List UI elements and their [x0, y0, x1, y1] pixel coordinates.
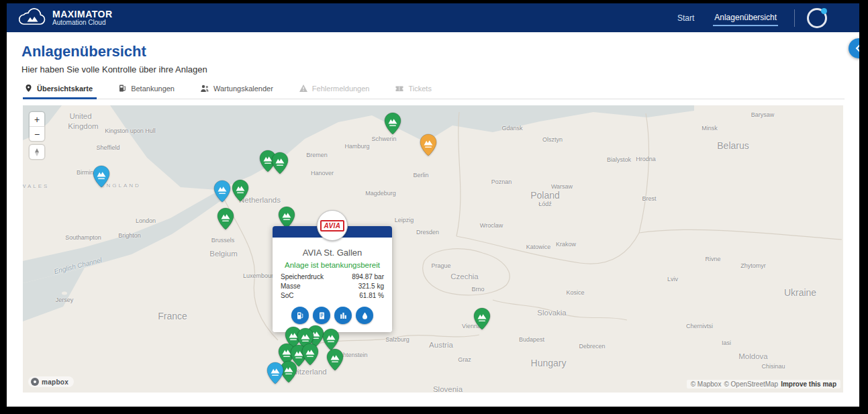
brand-tagline: Automation Cloud	[52, 19, 113, 27]
chevron-left-icon	[855, 44, 859, 52]
metric-label: Masse	[281, 282, 300, 291]
document-icon	[318, 311, 326, 320]
ticket-icon	[395, 84, 404, 93]
nav-item-start[interactable]: Start	[676, 11, 695, 25]
top-navbar: MAXIMATOR Automation Cloud Start Anlagen…	[7, 3, 859, 32]
mapbox-logo[interactable]: mapbox	[28, 376, 74, 387]
tab-fehlermeldungen[interactable]: Fehlermeldungen	[297, 84, 374, 99]
metric-row: Speicherdruck 894.87 bar	[281, 272, 384, 282]
zoom-in-button[interactable]: +	[30, 112, 44, 126]
map-pin-blue[interactable]	[267, 362, 284, 384]
popup-metrics: Speicherdruck 894.87 bar Masse 321.5 kg …	[281, 272, 384, 301]
compass-button[interactable]	[30, 145, 44, 159]
nav-item-anlagenuebersicht[interactable]: Anlagenübersicht	[713, 10, 778, 26]
map-pin-orange[interactable]	[420, 134, 437, 156]
main-nav: Start Anlagenübersicht	[676, 10, 778, 26]
brand-name: MAXIMATOR	[52, 9, 113, 19]
fuel-pump-icon	[296, 311, 305, 320]
refuel-action-button[interactable]	[291, 307, 309, 324]
map-pin-blue[interactable]	[213, 180, 231, 203]
metric-value: 61.81 %	[359, 291, 384, 301]
metric-row: SoC 61.81 %	[281, 291, 384, 301]
metric-value: 321.5 kg	[358, 282, 384, 291]
metric-label: SoC	[281, 291, 293, 301]
popup-action-bar	[281, 307, 384, 324]
map-pin-green[interactable]	[322, 328, 340, 351]
map-pin-blue[interactable]	[93, 165, 110, 188]
avia-logo: AVIA	[317, 210, 348, 241]
station-popup: AVIA AVIA St. Gallen Anlage ist betankun…	[273, 226, 392, 332]
tab-bar: Übersichtskarte Betankungen Wartungskale…	[23, 84, 845, 99]
map-pin-icon	[24, 84, 33, 93]
user-avatar[interactable]	[807, 8, 827, 28]
drop-icon	[360, 311, 369, 320]
map-controls: + −	[30, 112, 44, 159]
map-pin-green[interactable]	[232, 179, 249, 202]
mapbox-attribution-link[interactable]: © Mapbox	[691, 380, 722, 388]
compass-icon	[34, 148, 40, 156]
map-attribution: © Mapbox © OpenStreetMap Improve this ma…	[687, 380, 840, 389]
tab-uebersichtskarte[interactable]: Übersichtskarte	[23, 84, 97, 99]
mapbox-logo-icon	[31, 378, 39, 386]
mapbox-wordmark: mapbox	[42, 378, 68, 386]
zoom-out-button[interactable]: −	[30, 127, 44, 141]
popup-title: AVIA St. Gallen	[281, 248, 384, 258]
map-pin-green[interactable]	[384, 112, 401, 135]
hydrogen-action-button[interactable]	[356, 307, 373, 324]
metric-label: Speicherdruck	[281, 272, 324, 282]
osm-attribution-link[interactable]: © OpenStreetMap	[724, 380, 778, 388]
page-subtitle: Hier haben Sie volle Kontrolle über ihre…	[21, 64, 845, 74]
popup-status: Anlage ist betankungsbereit	[281, 261, 384, 269]
report-action-button[interactable]	[313, 307, 330, 324]
tab-wartungskalender[interactable]: Wartungskalender	[199, 84, 277, 99]
nav-separator	[794, 9, 795, 27]
map-canvas[interactable]: UnitedKingdomKingston upon HullSheffield…	[23, 105, 843, 393]
avia-logo-text: AVIA	[320, 220, 344, 231]
brand-logo[interactable]: MAXIMATOR Automation Cloud	[19, 8, 113, 28]
metric-row: Masse 321.5 kg	[281, 282, 384, 291]
notification-dot	[821, 8, 827, 14]
map-pin-green[interactable]	[326, 348, 344, 371]
map-pin-green[interactable]	[473, 307, 491, 330]
metric-value: 894.87 bar	[352, 272, 384, 282]
columns-icon	[339, 311, 348, 320]
tab-betankungen[interactable]: Betankungen	[117, 84, 179, 99]
dashboard-action-button[interactable]	[334, 307, 352, 324]
map-pin-green[interactable]	[301, 343, 319, 366]
fuel-pump-icon	[118, 84, 127, 93]
page-title: Anlagenübersicht	[21, 43, 845, 60]
cloud-logo-icon	[19, 8, 47, 28]
tab-tickets[interactable]: Tickets	[393, 84, 435, 99]
improve-map-link[interactable]: Improve this map	[781, 380, 836, 388]
people-icon	[200, 84, 209, 93]
warning-icon	[299, 84, 308, 93]
map-pin-green[interactable]	[271, 152, 289, 174]
map-pin-green[interactable]	[278, 206, 295, 229]
map-pin-green[interactable]	[217, 207, 234, 230]
app-window: MAXIMATOR Automation Cloud Start Anlagen…	[7, 3, 859, 407]
